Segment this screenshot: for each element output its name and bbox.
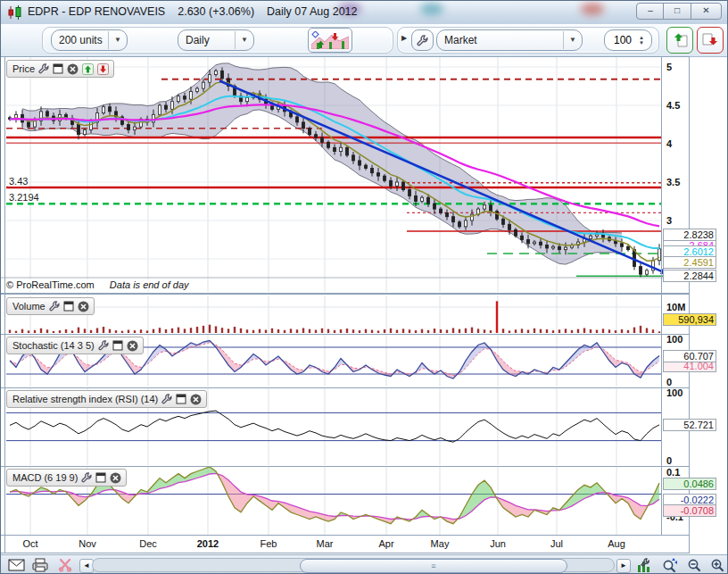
horizontal-scrollbar[interactable]: ◄ ≡ ► xyxy=(79,558,629,572)
envelope-icon xyxy=(8,559,25,571)
panel-separator xyxy=(1,294,690,295)
zoom-pan-button[interactable] xyxy=(659,556,679,574)
chart-wrench-icon xyxy=(636,557,652,573)
scroll-right-button[interactable]: ► xyxy=(616,559,631,573)
rsi-panel-label: Relative strength index (RSI) (14) xyxy=(12,394,158,404)
status-bar: ◄ ≡ ► xyxy=(1,554,728,574)
buy-order-icon xyxy=(671,31,689,49)
magnifier-move-icon xyxy=(661,557,678,574)
chevron-down-icon: ▼ xyxy=(108,31,127,49)
wrench-icon[interactable] xyxy=(38,63,49,74)
price-panel-header: Price xyxy=(6,60,114,78)
chart-settings-button[interactable] xyxy=(634,556,654,574)
price-axis-tick: 3 xyxy=(666,215,702,226)
price-value-box: 2.2844 xyxy=(663,270,716,282)
zoom-in-button[interactable] xyxy=(707,556,727,574)
close-button[interactable]: ✕ xyxy=(691,3,722,20)
stochastic-axis-tick: 0 xyxy=(666,377,702,387)
detach-window-icon[interactable] xyxy=(53,63,63,74)
xaxis-month-label: Jun xyxy=(480,538,516,549)
detach-window-icon[interactable] xyxy=(95,472,106,483)
panel-separator xyxy=(1,535,690,536)
price-axis-tick: 4 xyxy=(666,138,702,149)
rsi-axis-tick: 0 xyxy=(666,455,702,466)
xaxis-month-label: Mar xyxy=(307,538,343,549)
xaxis-month-label: Aug xyxy=(599,538,634,549)
detach-window-icon[interactable] xyxy=(112,340,123,351)
rsi-panel-header: Relative strength index (RSI) (14) xyxy=(6,390,207,408)
zoom-out-button[interactable] xyxy=(684,556,704,574)
wrench-icon[interactable] xyxy=(98,340,109,351)
xaxis-month-label: 2012 xyxy=(190,538,226,549)
quantity-value: 100 xyxy=(605,34,635,46)
wrench-icon[interactable] xyxy=(161,394,172,404)
delete-drawing-button[interactable] xyxy=(55,556,75,574)
order-type-dropdown[interactable]: Market ▼ xyxy=(436,29,583,51)
xaxis-month-label: Apr xyxy=(368,538,404,549)
magnifier-minus-icon xyxy=(686,557,703,574)
macd-value-box: 0.0486 xyxy=(663,478,716,490)
close-icon[interactable] xyxy=(190,394,202,405)
volume-axis-tick: 10M xyxy=(666,302,702,312)
rsi-value-box: 52.721 xyxy=(663,419,716,431)
buy-button[interactable] xyxy=(666,27,693,54)
scale-up-icon[interactable] xyxy=(82,63,94,75)
macd-axis-tick: 0.1 xyxy=(666,467,702,478)
volume-plot[interactable] xyxy=(1,295,690,333)
units-dropdown[interactable]: 200 units ▼ xyxy=(51,29,128,51)
minimize-button[interactable]: – xyxy=(636,3,665,20)
spinner-down-button[interactable]: ▼ xyxy=(635,40,648,46)
xaxis-month-label: Oct xyxy=(12,538,48,549)
wrench-icon[interactable] xyxy=(49,301,60,312)
detach-window-icon[interactable] xyxy=(176,394,186,404)
quantity-spinner[interactable]: 100 ▲ ▼ xyxy=(604,29,652,51)
stochastic-panel-label: Stochastic (14 3 5) xyxy=(12,340,95,351)
price-value-box: 2.8238 xyxy=(663,229,716,241)
panel-separator xyxy=(1,56,690,57)
frame-line xyxy=(4,56,5,553)
toolbar: 200 units ▼ Daily ▼ ▶ Market xyxy=(1,24,728,57)
detach-window-icon[interactable] xyxy=(63,301,74,312)
volume-panel-label: Volume xyxy=(12,301,46,312)
title-bar: EDPR - EDP RENOVAVEIS2.630 (+3.06%)Daily… xyxy=(1,1,728,25)
close-icon[interactable] xyxy=(67,63,79,75)
price-panel-label: Price xyxy=(12,63,35,74)
print-button[interactable] xyxy=(30,556,50,574)
scissors-disabled-icon xyxy=(58,558,72,572)
price-axis-tick: 5 xyxy=(666,62,702,72)
data-note: Data is end of day xyxy=(110,279,189,290)
close-icon[interactable] xyxy=(127,340,138,352)
magnifier-plus-icon xyxy=(709,557,726,574)
macd-hist-box: -0.0708 xyxy=(663,504,716,517)
wrench-icon[interactable] xyxy=(81,472,92,483)
close-icon[interactable] xyxy=(78,301,89,312)
stochastic-panel-header: Stochastic (14 3 5) xyxy=(6,337,144,354)
price-level-label: 3.2194 xyxy=(8,192,40,203)
xaxis-month-label: Feb xyxy=(251,538,286,549)
price-axis-tick: 4.5 xyxy=(666,100,702,111)
price-plot[interactable] xyxy=(1,56,690,292)
spinner-arrows: ▲ ▼ xyxy=(635,35,651,46)
sell-button[interactable] xyxy=(697,27,724,54)
printer-icon xyxy=(31,558,49,572)
xaxis-month-label: May xyxy=(422,538,458,549)
copyright-note: © ProRealTime.com Data is end of day xyxy=(6,279,189,290)
expand-arrow-button[interactable]: ▶ xyxy=(401,34,407,42)
macd-panel-header: MACD (6 19 9) xyxy=(6,469,127,487)
email-button[interactable] xyxy=(6,556,26,574)
maximize-button[interactable]: □ xyxy=(663,3,691,20)
period-dropdown[interactable]: Daily ▼ xyxy=(178,29,254,51)
chart-style-button[interactable] xyxy=(308,28,352,53)
units-dropdown-value: 200 units xyxy=(52,34,108,46)
order-settings-button[interactable] xyxy=(411,29,434,51)
sell-order-icon xyxy=(701,31,719,49)
scrollbar-thumb[interactable]: ≡ xyxy=(300,559,567,573)
xaxis-month-label: Dec xyxy=(130,538,166,549)
brand-text: © ProRealTime.com xyxy=(6,279,95,290)
close-icon[interactable] xyxy=(110,472,121,484)
price-axis-tick: 3.5 xyxy=(666,177,702,187)
candlestick-app-icon xyxy=(7,5,25,20)
scrollbar-track[interactable]: ≡ xyxy=(92,558,615,572)
background-blob xyxy=(420,3,443,15)
scale-down-icon[interactable] xyxy=(97,63,109,75)
